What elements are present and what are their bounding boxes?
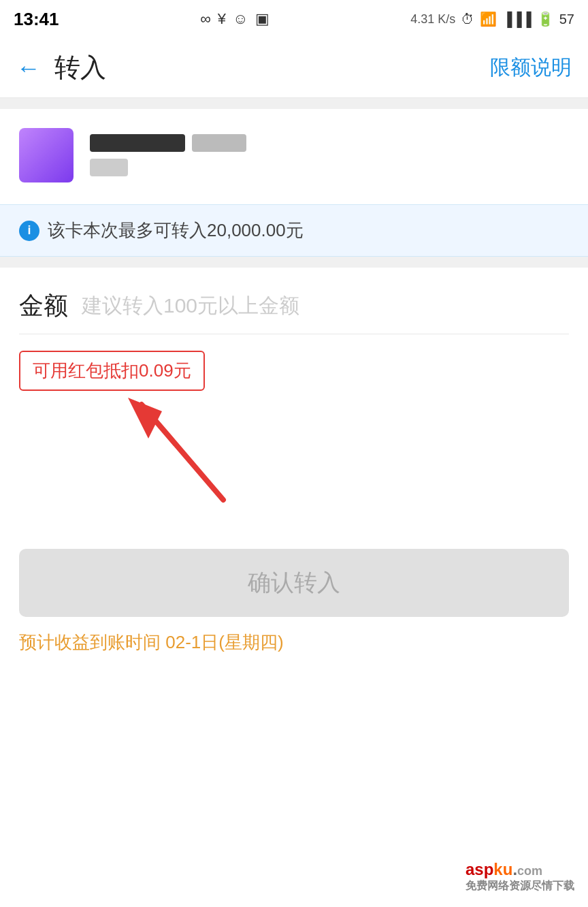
signal-icon: ▐▐▐: [502, 12, 532, 27]
status-time: 13:41: [14, 9, 59, 30]
annotation-arrow: [74, 391, 346, 527]
watermark-asp: asp: [466, 860, 493, 878]
page-title: 转入: [54, 50, 106, 85]
nav-left: ← 转入: [16, 50, 106, 85]
status-right: 4.31 K/s ⏱ 📶 ▐▐▐ 🔋 57: [410, 11, 574, 27]
expected-time-highlight: 02-1日(星期四): [165, 632, 283, 652]
amount-placeholder: 建议转入100元以上金额: [82, 292, 299, 320]
emoji-icon: ☺: [233, 10, 248, 28]
back-button[interactable]: ←: [16, 54, 41, 82]
account-sub-block: [90, 159, 246, 176]
status-icons: ∞ ¥ ☺ ▣: [200, 10, 269, 28]
wifi-icon: 📶: [480, 11, 497, 27]
amount-label: 金额: [19, 289, 68, 323]
account-avatar: [19, 128, 74, 182]
battery-icon: 🔋: [537, 11, 554, 27]
mid-divider: [0, 257, 588, 268]
top-divider: [0, 98, 588, 109]
clock-icon: ⏱: [461, 12, 474, 27]
yen-icon: ¥: [218, 10, 226, 28]
network-speed: 4.31 K/s: [410, 12, 455, 27]
battery-level: 57: [559, 12, 574, 27]
top-nav: ← 转入 限额说明: [0, 38, 588, 98]
confirm-section: 确认转入: [0, 549, 588, 617]
watermark-com: com: [517, 864, 542, 878]
amount-section: 金额 建议转入100元以上金额 可用红包抵扣0.09元: [0, 268, 588, 549]
account-info: [90, 134, 246, 176]
limit-explanation-link[interactable]: 限额说明: [490, 54, 572, 82]
loop-icon: ∞: [200, 10, 211, 28]
svg-marker-1: [128, 398, 162, 439]
watermark: aspku.com 免费网络资源尽情下载: [466, 860, 574, 893]
info-bar: i 该卡本次最多可转入20,000.00元: [0, 204, 588, 257]
amount-row: 金额 建议转入100元以上金额: [19, 289, 569, 323]
expected-time-prefix: 预计收益到账时间: [19, 632, 165, 652]
confirm-button[interactable]: 确认转入: [19, 549, 569, 617]
account-sub-bar: [90, 159, 128, 176]
watermark-ku: ku: [493, 860, 512, 878]
account-name-block: [90, 134, 246, 152]
info-icon: i: [19, 221, 39, 241]
account-name-bar-gray: [192, 134, 246, 152]
info-text: 该卡本次最多可转入20,000.00元: [48, 219, 304, 242]
red-packet-text: 可用红包抵扣0.09元: [33, 360, 191, 381]
expected-time-section: 预计收益到账时间 02-1日(星期四): [0, 617, 588, 668]
account-section: [0, 109, 588, 204]
annotation-arrow-container: [19, 391, 569, 527]
status-bar: 13:41 ∞ ¥ ☺ ▣ 4.31 K/s ⏱ 📶 ▐▐▐ 🔋 57: [0, 0, 588, 38]
red-packet-tag[interactable]: 可用红包抵扣0.09元: [19, 351, 205, 391]
amount-divider: [19, 334, 569, 334]
image-icon: ▣: [255, 10, 270, 28]
watermark-sub: 免费网络资源尽情下载: [466, 879, 574, 893]
account-name-bar-dark: [90, 134, 185, 152]
